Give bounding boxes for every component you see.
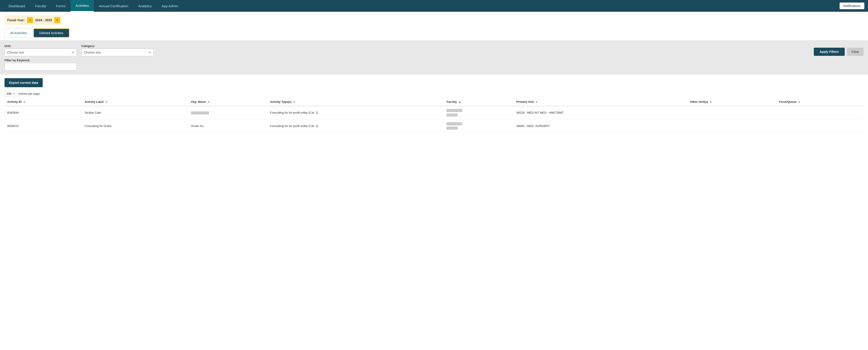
table-section: Export current data 100 10 25 50 entries… — [0, 74, 868, 136]
cell-primary-unit: 49228 - MED INT MED - HMCTBMT — [514, 106, 687, 119]
fiscal-year-bar: Fiscal Year: < 2024 - 2025 > — [0, 12, 868, 29]
unit-filter-label: Unit: — [4, 44, 77, 48]
cell-org-name: Groke Inc. — [188, 119, 267, 133]
activities-table: Activity ID ⇅ Activity Label ⇅ Org. Name… — [4, 98, 864, 133]
cell-faculty — [444, 106, 514, 119]
sort-icon-faculty: ▲ — [459, 100, 461, 103]
col-form-queue[interactable]: Form/Queue ⇅ — [776, 98, 864, 106]
tabs-bar: All Activities Deleted Activities — [0, 29, 868, 40]
export-button[interactable]: Export current data — [4, 78, 43, 87]
cell-primary-unit: 49060 - MED: SURGERY — [514, 119, 687, 133]
entries-per-page-select[interactable]: 100 10 25 50 — [4, 91, 17, 96]
cell-faculty — [444, 119, 514, 133]
filter-section: Unit: Choose one Category: Choose any Ap… — [0, 40, 868, 74]
nav-item-forms[interactable]: Forms — [51, 0, 71, 12]
cell-activity-types: Consulting for for-profit entity (Cat. 2… — [267, 119, 444, 133]
cell-other-units — [687, 119, 776, 133]
keyword-filter-input[interactable] — [4, 63, 77, 70]
nav-bar: Dashboard Faculty Forms Activities Annua… — [0, 0, 868, 12]
tab-deleted-activities[interactable]: Deleted Activities — [33, 29, 69, 37]
sort-icon-org-name: ⇅ — [208, 100, 210, 103]
faculty-blurred-2 — [446, 114, 458, 117]
sort-icon-other-units: ⇅ — [710, 100, 712, 103]
clear-filters-button[interactable]: Clear — [847, 48, 864, 56]
cell-form-queue — [776, 106, 864, 119]
apply-filters-button[interactable]: Apply Filters — [814, 48, 845, 56]
nav-item-analytics[interactable]: Analytics — [133, 0, 157, 12]
keyword-filter-label: Filter by Keyword: — [4, 59, 864, 62]
cell-activity-types: Consulting for for-profit entity (Cat. 2… — [267, 106, 444, 119]
table-header-row: Activity ID ⇅ Activity Label ⇅ Org. Name… — [4, 98, 864, 106]
nav-item-faculty[interactable]: Faculty — [30, 0, 51, 12]
fiscal-year-control: Fiscal Year: < 2024 - 2025 > — [4, 15, 63, 25]
category-filter-select[interactable]: Choose any — [81, 49, 154, 56]
cell-activity-id: 8838070 — [4, 119, 82, 133]
entries-per-page-label: entries per page — [19, 92, 40, 95]
tab-all-activities[interactable]: All Activities — [4, 29, 33, 37]
nav-item-activities[interactable]: Activities — [70, 0, 94, 12]
col-activity-id[interactable]: Activity ID ⇅ — [4, 98, 82, 106]
category-filter-label: Category: — [81, 44, 154, 48]
col-other-units[interactable]: Other Unit(s) ⇅ — [687, 98, 776, 106]
cell-activity-label: Consulting for Groke — [82, 119, 188, 133]
table-row: 8345844 Sicilian Cafe Consulting for for… — [4, 106, 864, 119]
cell-form-queue — [776, 119, 864, 133]
org-name-text: Groke Inc. — [191, 124, 205, 128]
fiscal-year-prev-button[interactable]: < — [27, 17, 33, 23]
cell-other-units — [687, 106, 776, 119]
nav-item-annual-certification[interactable]: Annual Certification — [94, 0, 133, 12]
cell-activity-label: Sicilian Cafe — [82, 106, 188, 119]
sort-icon-activity-label: ⇅ — [105, 100, 107, 103]
col-activity-types[interactable]: Activity Type(s) ⇅ — [267, 98, 444, 106]
col-org-name[interactable]: Org. Name ⇅ — [188, 98, 267, 106]
entries-per-page-row: 100 10 25 50 entries per page — [4, 91, 864, 96]
keyword-filter-row: Filter by Keyword: — [4, 59, 864, 70]
category-filter-group: Category: Choose any — [81, 44, 154, 56]
main-content: Fiscal Year: < 2024 - 2025 > All Activit… — [0, 12, 868, 350]
cell-activity-id: 8345844 — [4, 106, 82, 119]
fiscal-year-next-button[interactable]: > — [54, 17, 60, 23]
faculty-blurred-2 — [446, 127, 458, 130]
filter-actions: Apply Filters Clear — [814, 48, 864, 56]
faculty-blurred-1 — [446, 122, 462, 125]
filter-row-1: Unit: Choose one Category: Choose any Ap… — [4, 44, 864, 56]
sort-icon-primary-unit: ⇅ — [535, 100, 537, 103]
faculty-blurred-1 — [446, 109, 462, 112]
col-faculty[interactable]: Faculty ▲ — [444, 98, 514, 106]
nav-item-app-admin[interactable]: App Admin — [157, 0, 183, 12]
sort-icon-activity-types: ⇅ — [293, 100, 295, 103]
fiscal-year-label: Fiscal Year: — [7, 18, 25, 22]
fiscal-year-value: 2024 - 2025 — [35, 18, 52, 22]
unit-filter-select[interactable]: Choose one — [4, 49, 77, 56]
notifications-button[interactable]: Notifications — [840, 2, 864, 9]
table-row: 8838070 Consulting for Groke Groke Inc. … — [4, 119, 864, 133]
col-activity-label[interactable]: Activity Label ⇅ — [82, 98, 188, 106]
col-primary-unit[interactable]: Primary Unit ⇅ — [514, 98, 687, 106]
nav-item-dashboard[interactable]: Dashboard — [4, 0, 30, 12]
org-name-blurred — [191, 112, 209, 115]
cell-org-name — [188, 106, 267, 119]
sort-icon-activity-id: ⇅ — [23, 100, 25, 103]
unit-filter-group: Unit: Choose one — [4, 44, 77, 56]
sort-icon-form-queue: ⇅ — [798, 100, 800, 103]
